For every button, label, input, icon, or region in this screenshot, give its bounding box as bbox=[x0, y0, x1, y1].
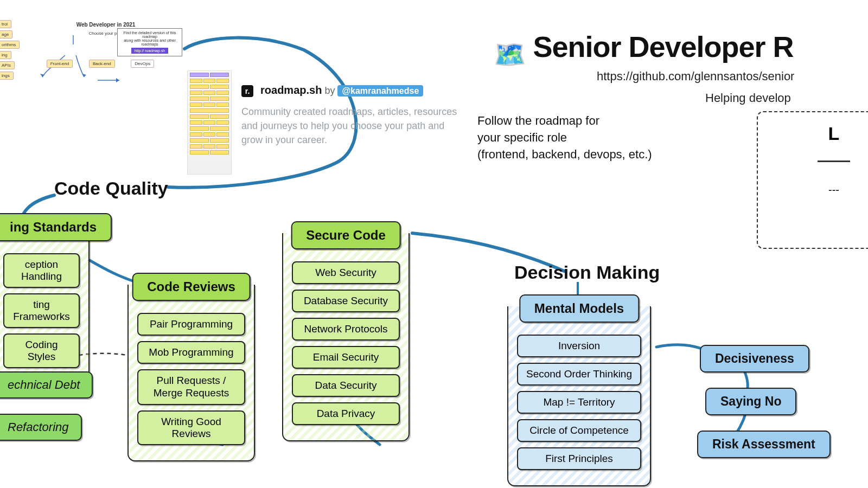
inset-note-link[interactable]: http:// roadmap.sh bbox=[131, 48, 168, 54]
section-decision-making: Decision Making bbox=[514, 262, 660, 283]
item-map-not-territory[interactable]: Map != Territory bbox=[517, 391, 641, 414]
legend-optional: --- bbox=[774, 184, 868, 196]
roadmapsh-by: by bbox=[324, 85, 335, 96]
follow-roadmap-text: Follow the roadmap for your specific rol… bbox=[477, 113, 652, 163]
group-mental-models: Mental Models Inversion Second Order Thi… bbox=[507, 306, 651, 486]
roadmapsh-thumb bbox=[187, 70, 232, 175]
repo-url[interactable]: https://github.com/glennsantos/senior bbox=[597, 69, 794, 84]
follow-line2: your specific role bbox=[477, 130, 652, 146]
pill-decisiveness[interactable]: Decisiveness bbox=[700, 345, 809, 373]
item-exception-handling[interactable]: ception Handling bbox=[3, 253, 80, 288]
inset-tag: age bbox=[0, 30, 12, 38]
item-email-security[interactable]: Email Security bbox=[292, 346, 400, 369]
inset-tag: ing bbox=[0, 51, 11, 59]
pill-technical-debt[interactable]: echnical Debt bbox=[0, 371, 93, 399]
group-secure-code: Secure Code Web Security Database Securi… bbox=[282, 233, 410, 441]
inset-tag: trol bbox=[0, 20, 11, 28]
inset-note-box: Find the detailed version of this roadma… bbox=[117, 28, 182, 56]
roadmapsh-author[interactable]: @kamranahmedse bbox=[337, 85, 423, 97]
inset-tag: orithms bbox=[0, 41, 20, 49]
group-head-code-reviews[interactable]: Code Reviews bbox=[132, 273, 251, 301]
pill-risk-assessment[interactable]: Risk Assessment bbox=[697, 431, 831, 458]
inset-path-frontend: Front-end bbox=[47, 60, 73, 68]
inset-webdev-2021: trol age orithms ing APIs ings Web Devel… bbox=[0, 22, 184, 69]
tagline: Helping develop bbox=[705, 91, 791, 105]
section-code-quality: Code Quality bbox=[54, 178, 168, 199]
inset-tag: APIs bbox=[0, 61, 15, 69]
item-coding-styles[interactable]: Coding Styles bbox=[3, 333, 80, 368]
inset-path-backend: Back-end bbox=[89, 60, 115, 68]
group-head-mental-models[interactable]: Mental Models bbox=[519, 294, 639, 323]
inset-note-l1: Find the detailed version of this roadma… bbox=[120, 31, 180, 38]
item-web-security[interactable]: Web Security bbox=[292, 261, 400, 284]
pill-refactoring[interactable]: Refactoring bbox=[0, 414, 82, 441]
inset-tag: ings bbox=[0, 72, 14, 80]
inset-path-devops: DevOps bbox=[131, 60, 154, 68]
roadmapsh-logo-icon: r. bbox=[241, 85, 253, 97]
pill-saying-no[interactable]: Saying No bbox=[705, 388, 796, 415]
roadmapsh-card: r. roadmap.sh by @kamranahmedse Communit… bbox=[241, 84, 464, 147]
item-network-protocols[interactable]: Network Protocols bbox=[292, 318, 400, 341]
item-database-security[interactable]: Database Security bbox=[292, 290, 400, 312]
item-inversion[interactable]: Inversion bbox=[517, 335, 641, 357]
item-testing-frameworks[interactable]: ting Frameworks bbox=[3, 293, 80, 328]
page-title-row: 🗺️ Senior Developer R bbox=[494, 30, 794, 70]
group-code-reviews: Code Reviews Pair Programming Mob Progra… bbox=[127, 285, 255, 461]
roadmapsh-desc: Community created roadmaps, articles, re… bbox=[241, 105, 464, 147]
item-second-order-thinking[interactable]: Second Order Thinking bbox=[517, 363, 641, 386]
inset-note-l2: along with resources and other roadmaps bbox=[120, 38, 180, 46]
follow-line1: Follow the roadmap for bbox=[477, 113, 652, 130]
group-coding-standards: ing Standards ception Handling ting Fram… bbox=[0, 225, 90, 384]
legend-box: L --- bbox=[757, 111, 868, 249]
follow-line3: (frontend, backend, devops, etc.) bbox=[477, 146, 652, 163]
item-pair-programming[interactable]: Pair Programming bbox=[137, 313, 245, 336]
group-head-coding-standards[interactable]: ing Standards bbox=[0, 213, 112, 241]
item-writing-good-reviews[interactable]: Writing Good Reviews bbox=[137, 410, 245, 445]
group-head-secure-code[interactable]: Secure Code bbox=[291, 221, 401, 249]
item-pull-requests[interactable]: Pull Requests / Merge Requests bbox=[137, 369, 245, 405]
svg-marker-4 bbox=[116, 78, 119, 82]
svg-marker-2 bbox=[40, 74, 44, 77]
svg-marker-3 bbox=[82, 74, 86, 77]
page-title: Senior Developer R bbox=[533, 30, 793, 63]
roadmapsh-site[interactable]: roadmap.sh bbox=[260, 84, 322, 96]
item-data-security[interactable]: Data Security bbox=[292, 374, 400, 397]
inset-title: Web Developer in 2021 bbox=[27, 22, 184, 28]
item-mob-programming[interactable]: Mob Programming bbox=[137, 341, 245, 364]
item-data-privacy[interactable]: Data Privacy bbox=[292, 402, 400, 425]
map-icon: 🗺️ bbox=[494, 40, 526, 69]
legend-title: L bbox=[774, 123, 868, 144]
item-circle-of-competence[interactable]: Circle of Competence bbox=[517, 419, 641, 442]
item-first-principles[interactable]: First Principles bbox=[517, 447, 641, 470]
